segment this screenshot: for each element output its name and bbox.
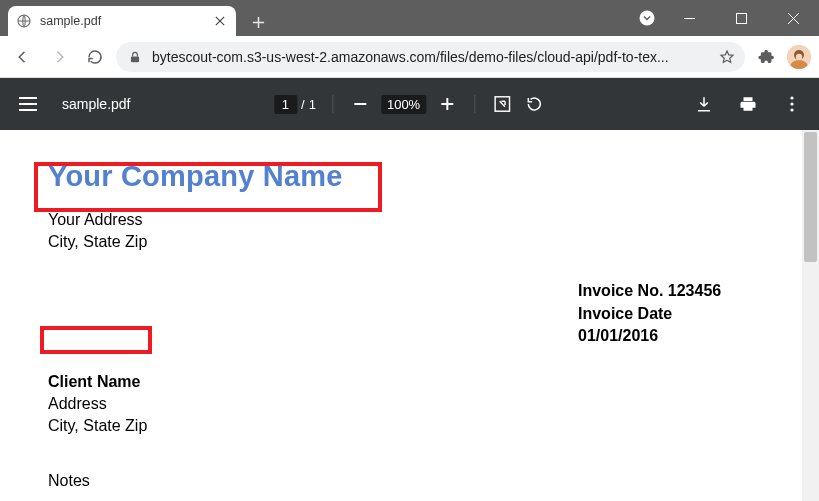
lock-icon [128, 50, 142, 64]
notes-heading: Notes [48, 472, 754, 490]
profile-avatar[interactable] [787, 45, 811, 69]
chevron-in-circle-icon[interactable] [635, 6, 659, 30]
reload-button[interactable] [80, 42, 110, 72]
bookmark-icon[interactable] [713, 49, 741, 65]
new-tab-button[interactable] [244, 8, 272, 36]
forward-button[interactable] [44, 42, 74, 72]
svg-point-1 [640, 11, 655, 26]
pdf-viewport: Your Company Name Your Address City, Sta… [0, 130, 819, 501]
download-button[interactable] [693, 93, 715, 115]
fit-page-button[interactable] [491, 93, 513, 115]
svg-rect-2 [736, 13, 746, 23]
svg-point-11 [790, 108, 793, 111]
tab-strip: sample.pdf [0, 0, 272, 36]
rotate-button[interactable] [523, 93, 545, 115]
company-address-line1: Your Address [48, 209, 754, 231]
page-total: 1 [309, 97, 316, 112]
client-address-line2: City, State Zip [48, 415, 754, 437]
zoom-out-button[interactable] [349, 93, 371, 115]
minimize-button[interactable] [667, 3, 711, 33]
extensions-icon[interactable] [751, 42, 781, 72]
globe-icon [16, 13, 32, 29]
page-separator: / [301, 97, 305, 112]
window-controls [635, 0, 819, 36]
svg-point-10 [790, 102, 793, 105]
page-indicator: 1 / 1 [274, 95, 316, 114]
menu-icon[interactable] [16, 95, 40, 113]
zoom-level[interactable]: 100% [381, 95, 426, 114]
address-bar[interactable]: bytescout-com.s3-us-west-2.amazonaws.com… [116, 42, 745, 72]
toolbar-divider [474, 95, 475, 113]
company-address: Your Address City, State Zip [48, 209, 754, 252]
browser-toolbar: bytescout-com.s3-us-west-2.amazonaws.com… [0, 36, 819, 78]
svg-point-9 [790, 96, 793, 99]
company-name: Your Company Name [48, 160, 754, 193]
scrollbar-track[interactable] [802, 130, 819, 501]
toolbar-divider [332, 95, 333, 113]
pdf-page: Your Company Name Your Address City, Sta… [0, 130, 802, 501]
back-button[interactable] [8, 42, 38, 72]
invoice-meta: Invoice No. 123456 Invoice Date 01/01/20… [48, 280, 754, 347]
pdf-toolbar-center: 1 / 1 100% [274, 93, 545, 115]
client-name: Client Name [48, 371, 754, 393]
maximize-button[interactable] [719, 3, 763, 33]
pdf-filename: sample.pdf [62, 96, 130, 112]
client-block: Client Name Address City, State Zip [48, 371, 754, 436]
invoice-date: Invoice Date 01/01/2016 [578, 303, 754, 348]
window-titlebar: sample.pdf [0, 0, 819, 36]
company-address-line2: City, State Zip [48, 231, 754, 253]
close-icon[interactable] [212, 13, 228, 29]
url-text: bytescout-com.s3-us-west-2.amazonaws.com… [152, 49, 713, 65]
page-current-input[interactable]: 1 [274, 95, 297, 114]
scrollbar-thumb[interactable] [804, 132, 817, 262]
browser-tab[interactable]: sample.pdf [8, 6, 236, 36]
svg-rect-3 [131, 56, 139, 62]
svg-point-7 [796, 53, 802, 59]
invoice-number: Invoice No. 123456 [578, 280, 754, 302]
close-window-button[interactable] [771, 3, 815, 33]
print-button[interactable] [737, 93, 759, 115]
more-menu-button[interactable] [781, 93, 803, 115]
zoom-in-button[interactable] [436, 93, 458, 115]
pdf-toolbar: sample.pdf 1 / 1 100% [0, 78, 819, 130]
pdf-toolbar-right [693, 93, 803, 115]
client-address-line1: Address [48, 393, 754, 415]
tab-title: sample.pdf [40, 14, 212, 28]
